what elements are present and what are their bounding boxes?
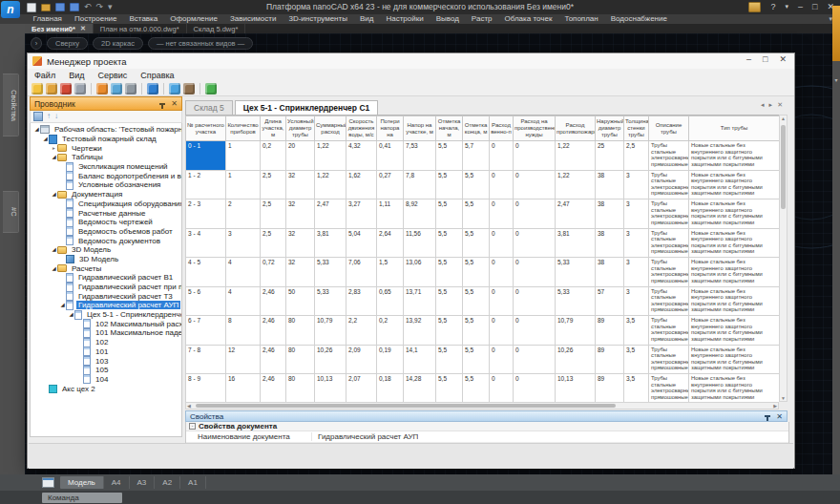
table-cell[interactable]: Новые стальные без внутреннего защитного…: [689, 316, 780, 346]
close-panel-icon[interactable]: ✕: [171, 99, 178, 108]
table-cell[interactable]: Новые стальные без внутреннего защитного…: [689, 258, 780, 287]
table-cell[interactable]: 10,26: [556, 345, 596, 374]
table-cell[interactable]: 5,5: [463, 200, 490, 229]
tree-item[interactable]: Ведомость объемов работ: [31, 227, 181, 237]
dock-tab-2[interactable]: #С: [3, 191, 19, 233]
tree-item[interactable]: 101: [31, 347, 181, 357]
table-cell[interactable]: 0,2: [261, 141, 286, 171]
table-cell[interactable]: 1,11: [377, 200, 404, 229]
command-line[interactable]: [0, 491, 840, 504]
scroll-right-icon[interactable]: ▶: [773, 403, 777, 409]
column-header[interactable]: Расход противопожарный: [556, 116, 596, 141]
tree-item[interactable]: ◢Расчеты: [31, 263, 181, 273]
table-cell[interactable]: 5,5: [436, 258, 463, 287]
table-cell[interactable]: 13,06: [404, 258, 436, 287]
table-cell[interactable]: 10,13: [556, 374, 596, 404]
more-icon[interactable]: ▾: [108, 3, 113, 11]
expander-icon[interactable]: ◢: [33, 125, 40, 134]
table-cell[interactable]: 5,7: [463, 141, 490, 171]
tree-item[interactable]: 105: [31, 366, 181, 375]
table-cell[interactable]: 0: [490, 200, 514, 229]
table-cell[interactable]: 0: [514, 345, 556, 374]
table-cell[interactable]: 0: [514, 200, 556, 229]
table-cell[interactable]: 5,5: [436, 374, 463, 404]
table-cell[interactable]: 12: [226, 345, 261, 374]
update-icon[interactable]: [205, 83, 217, 94]
right-dock-arrow-icon[interactable]: ▾: [832, 76, 840, 83]
table-cell[interactable]: 14,28: [404, 374, 436, 404]
insert-image-icon[interactable]: [169, 83, 180, 94]
explorer-panel-header[interactable]: Проводник ✕: [30, 96, 182, 111]
table-cell[interactable]: 80: [286, 374, 315, 404]
table-cell[interactable]: 2,64: [377, 228, 404, 258]
tab-scroll-left-icon[interactable]: ◂: [761, 101, 765, 109]
app-menu-зависимости[interactable]: Зависимости: [223, 14, 283, 24]
table-cell[interactable]: 32: [286, 258, 315, 287]
table-cell[interactable]: 11,56: [404, 228, 436, 258]
table-cell[interactable]: 0,65: [377, 286, 404, 316]
tree-item[interactable]: ◢Цех 5-1 - Спринклердренчер С1: [31, 310, 181, 320]
doc-tab[interactable]: Склад 5.dwg*: [187, 24, 246, 33]
table-cell[interactable]: 2,5: [261, 200, 286, 229]
new-file-icon[interactable]: [27, 3, 36, 12]
viewport-control-button[interactable]: — нет связанных видов —: [148, 37, 253, 50]
table-cell[interactable]: 2,5: [624, 141, 649, 171]
property-value[interactable]: Гидравлический расчет АУП: [312, 432, 418, 441]
table-cell[interactable]: 80: [286, 345, 315, 374]
save-all-icon[interactable]: [70, 3, 79, 11]
sheet-tab-а2[interactable]: А2: [155, 476, 180, 489]
table-cell[interactable]: 20: [286, 141, 315, 171]
expander-icon[interactable]: ◢: [42, 135, 49, 143]
table-cell[interactable]: 3: [624, 258, 649, 287]
tree-item[interactable]: 102: [31, 338, 181, 347]
tree-item[interactable]: ◢3D Модель: [31, 245, 181, 255]
tree-item[interactable]: Гидравлический расчет при пожаре: [31, 283, 181, 292]
table-cell[interactable]: 3,81: [315, 228, 346, 258]
app-menu-топоплан[interactable]: Топоплан: [558, 14, 604, 24]
table-cell[interactable]: 0: [514, 141, 556, 171]
table-cell[interactable]: 5,33: [315, 286, 346, 316]
dock-tab-1[interactable]: Свойства: [3, 74, 19, 136]
app-menu-вывод[interactable]: Вывод: [430, 14, 465, 24]
table-cell[interactable]: 7,53: [404, 141, 436, 171]
table-cell[interactable]: 4: [226, 258, 261, 287]
tree-item[interactable]: ◢Рабочая область: 'Тестовый пожарный скл…: [31, 125, 181, 135]
table-cell[interactable]: 0,18: [377, 374, 404, 404]
table-cell[interactable]: Новые стальные без внутреннего защитного…: [689, 286, 780, 316]
table-cell[interactable]: 5,5: [436, 170, 463, 200]
tree-item[interactable]: ◢Документация: [31, 190, 181, 200]
column-header[interactable]: Наружный диаметр трубы: [596, 116, 624, 141]
scroll-left-icon[interactable]: ◀: [187, 403, 191, 409]
open-project-icon[interactable]: [46, 83, 57, 94]
table-cell[interactable]: 5,5: [463, 316, 490, 346]
table-cell[interactable]: 0: [490, 141, 514, 171]
viewport-control-button[interactable]: 2D каркас: [93, 37, 143, 50]
table-cell[interactable]: 5,5: [436, 345, 463, 374]
table-cell[interactable]: 2,47: [315, 200, 346, 229]
table-cell[interactable]: Трубы стальные электросварные прямошовны…: [649, 228, 689, 258]
table-cell[interactable]: 3,5: [624, 345, 649, 374]
properties-panel-header[interactable]: Свойства ✕: [185, 410, 788, 422]
refresh-icon[interactable]: [147, 83, 158, 94]
column-header[interactable]: Описание трубы: [649, 116, 689, 141]
sheet-tab-а1[interactable]: А1: [180, 476, 206, 489]
table-cell[interactable]: 8: [226, 316, 261, 346]
table-cell[interactable]: 1,22: [556, 141, 596, 171]
tree-item[interactable]: Расчетные данные: [31, 208, 181, 218]
tree-item[interactable]: Ведомость документов: [31, 236, 181, 245]
tree-item[interactable]: Гидравлический расчет Т3: [31, 291, 181, 301]
table-cell[interactable]: 3: [624, 200, 649, 229]
table-cell[interactable]: 16: [226, 374, 261, 404]
table-cell[interactable]: 3,27: [346, 200, 377, 229]
sheet-tab-а3[interactable]: А3: [130, 476, 156, 489]
table-cell[interactable]: 0,72: [261, 258, 286, 287]
column-header[interactable]: Отметка начала, м: [436, 116, 463, 141]
table-cell[interactable]: 5,5: [463, 258, 490, 287]
app-menu-вид[interactable]: Вид: [353, 14, 379, 24]
table-cell[interactable]: 2,46: [261, 374, 286, 404]
expander-icon[interactable]: ◢: [68, 310, 74, 319]
expander-icon[interactable]: ◢: [51, 264, 57, 273]
table-cell[interactable]: 0 - 1: [186, 141, 226, 171]
table-cell[interactable]: 3: [624, 228, 649, 258]
table-cell[interactable]: 6 - 7: [186, 316, 226, 346]
